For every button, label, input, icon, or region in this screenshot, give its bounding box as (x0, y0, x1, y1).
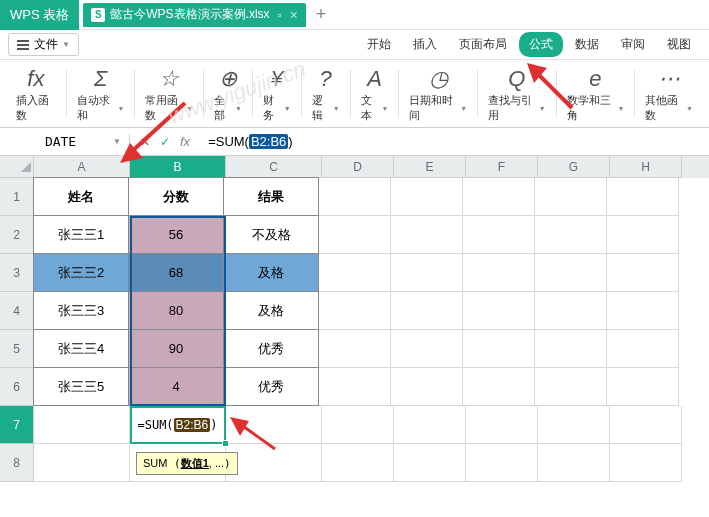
cell-B2[interactable]: 56 (128, 215, 224, 254)
ribbon-文本[interactable]: A文本▼ (353, 64, 397, 123)
cell-C5[interactable]: 优秀 (223, 329, 319, 368)
row-header-1[interactable]: 1 (0, 178, 34, 216)
row-header-5[interactable]: 5 (0, 330, 34, 368)
ribbon-常用函数[interactable]: ☆常用函数▼ (137, 64, 201, 123)
select-all-corner[interactable] (0, 156, 34, 178)
cell-A4[interactable]: 张三三3 (33, 291, 129, 330)
cell-B6[interactable]: 4 (128, 367, 224, 406)
ribbon-日期和时间[interactable]: ◷日期和时间▼ (401, 64, 475, 123)
cell-H1[interactable] (607, 178, 679, 216)
ribbon-逻辑[interactable]: ?逻辑▼ (304, 64, 348, 123)
cell-F4[interactable] (463, 292, 535, 330)
cell-D3[interactable] (319, 254, 391, 292)
menu-tab-4[interactable]: 数据 (565, 32, 609, 57)
cell-G7[interactable] (538, 406, 610, 444)
cell-D4[interactable] (319, 292, 391, 330)
cell-G6[interactable] (535, 368, 607, 406)
cell-E1[interactable] (391, 178, 463, 216)
row-header-7[interactable]: 7 (0, 406, 34, 444)
menu-tab-0[interactable]: 开始 (357, 32, 401, 57)
cell-D2[interactable] (319, 216, 391, 254)
cell-A6[interactable]: 张三三5 (33, 367, 129, 406)
cell-D5[interactable] (319, 330, 391, 368)
cell-G2[interactable] (535, 216, 607, 254)
cell-H8[interactable] (610, 444, 682, 482)
row-header-4[interactable]: 4 (0, 292, 34, 330)
cell-F3[interactable] (463, 254, 535, 292)
cell-C4[interactable]: 及格 (223, 291, 319, 330)
cell-C3[interactable]: 及格 (223, 253, 319, 292)
cell-E4[interactable] (391, 292, 463, 330)
col-header-F[interactable]: F (466, 156, 538, 178)
cell-A5[interactable]: 张三三4 (33, 329, 129, 368)
cell-H6[interactable] (607, 368, 679, 406)
cell-D7[interactable] (322, 406, 394, 444)
cell-H2[interactable] (607, 216, 679, 254)
accept-icon[interactable]: ✓ (160, 135, 170, 149)
cell-A7[interactable] (34, 406, 130, 444)
fx-icon[interactable]: fx (180, 134, 190, 149)
menu-tab-2[interactable]: 页面布局 (449, 32, 517, 57)
cell-C2[interactable]: 不及格 (223, 215, 319, 254)
cell-B4[interactable]: 80 (128, 291, 224, 330)
cell-F7[interactable] (466, 406, 538, 444)
cell-F5[interactable] (463, 330, 535, 368)
cell-A1[interactable]: 姓名 (33, 177, 129, 216)
cell-D8[interactable] (322, 444, 394, 482)
menu-tab-6[interactable]: 视图 (657, 32, 701, 57)
cell-E5[interactable] (391, 330, 463, 368)
formula-input[interactable]: =SUM(B2:B6) (200, 134, 293, 149)
ribbon-数学和三角[interactable]: e数学和三角▼ (559, 64, 633, 123)
row-header-2[interactable]: 2 (0, 216, 34, 254)
col-header-C[interactable]: C (226, 156, 322, 178)
cell-D6[interactable] (319, 368, 391, 406)
cell-H5[interactable] (607, 330, 679, 368)
document-tab[interactable]: S 懿古今WPS表格演示案例.xlsx ▫ × (83, 3, 306, 27)
chevron-down-icon[interactable]: ▼ (113, 137, 121, 146)
row-header-6[interactable]: 6 (0, 368, 34, 406)
cell-H4[interactable] (607, 292, 679, 330)
ribbon-财务[interactable]: ¥财务▼ (255, 64, 299, 123)
cell-E2[interactable] (391, 216, 463, 254)
col-header-A[interactable]: A (34, 156, 130, 178)
col-header-H[interactable]: H (610, 156, 682, 178)
tab-save-icon[interactable]: ▫ (278, 8, 282, 22)
cell-G3[interactable] (535, 254, 607, 292)
cell-F1[interactable] (463, 178, 535, 216)
cell-B3[interactable]: 68 (128, 253, 224, 292)
col-header-E[interactable]: E (394, 156, 466, 178)
cell-E6[interactable] (391, 368, 463, 406)
cell-G1[interactable] (535, 178, 607, 216)
row-header-8[interactable]: 8 (0, 444, 34, 482)
cell-A3[interactable]: 张三三2 (33, 253, 129, 292)
col-header-D[interactable]: D (322, 156, 394, 178)
name-box[interactable]: DATE ▼ (0, 134, 130, 149)
cell-D1[interactable] (319, 178, 391, 216)
cell-A8[interactable] (34, 444, 130, 482)
ribbon-自动求和[interactable]: Σ自动求和▼ (69, 64, 133, 123)
ribbon-查找与引用[interactable]: Q查找与引用▼ (480, 64, 554, 123)
cell-H3[interactable] (607, 254, 679, 292)
cell-F8[interactable] (466, 444, 538, 482)
cell-F2[interactable] (463, 216, 535, 254)
file-menu[interactable]: 文件 ▼ (8, 33, 79, 56)
menu-tab-5[interactable]: 审阅 (611, 32, 655, 57)
ribbon-其他函数[interactable]: ⋯其他函数▼ (637, 64, 701, 123)
cell-E7[interactable] (394, 406, 466, 444)
close-icon[interactable]: × (290, 7, 298, 23)
ribbon-插入函数[interactable]: fx插入函数 (8, 64, 64, 123)
cell-G8[interactable] (538, 444, 610, 482)
cell-C7[interactable] (226, 406, 322, 444)
col-header-B[interactable]: B (130, 156, 226, 178)
cell-G4[interactable] (535, 292, 607, 330)
cell-E8[interactable] (394, 444, 466, 482)
cell-C6[interactable]: 优秀 (223, 367, 319, 406)
cell-C8[interactable] (226, 444, 322, 482)
cell-A2[interactable]: 张三三1 (33, 215, 129, 254)
cell-B5[interactable]: 90 (128, 329, 224, 368)
fill-handle[interactable] (222, 440, 229, 447)
cell-G5[interactable] (535, 330, 607, 368)
cancel-icon[interactable]: ✕ (140, 135, 150, 149)
spreadsheet-grid[interactable]: A B C D E F G H 1姓名分数结果2张三三156不及格3张三三268… (0, 156, 709, 482)
cell-B1[interactable]: 分数 (128, 177, 224, 216)
